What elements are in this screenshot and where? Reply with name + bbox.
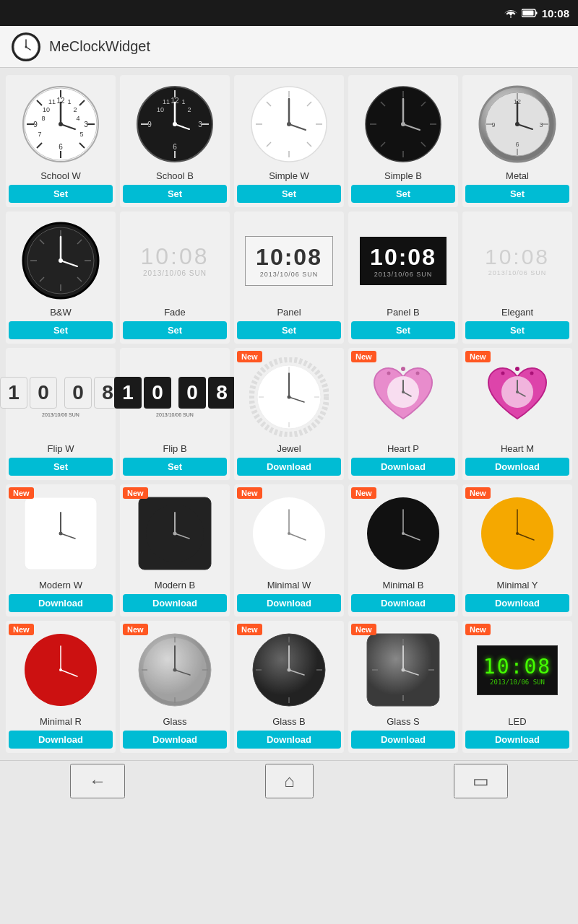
download-button-minimal-b[interactable]: Download	[351, 594, 455, 612]
badge-new: New	[237, 351, 262, 362]
clock-name: Flip B	[163, 443, 186, 454]
clock-name: Modern W	[39, 580, 82, 590]
clock-name: Modern B	[155, 580, 195, 590]
svg-point-108	[387, 372, 391, 375]
clock-name: B&W	[50, 307, 72, 318]
svg-text:5: 5	[79, 131, 83, 138]
badge-new: New	[237, 487, 262, 499]
app-icon	[12, 32, 40, 61]
clock-item-glass-b: New Glas	[234, 621, 344, 753]
clock-name: Glass	[163, 716, 186, 727]
svg-point-113	[402, 391, 405, 393]
battery-icon	[522, 9, 538, 17]
clock-item-fade: 10:08 2013/10/06 SUN Fade Set	[120, 212, 230, 344]
clock-name: LED	[508, 716, 526, 727]
svg-point-134	[288, 532, 290, 535]
download-button-heart-m[interactable]: Download	[465, 458, 569, 476]
badge-new: New	[465, 487, 491, 499]
set-button-bw[interactable]: Set	[9, 321, 113, 339]
svg-rect-1	[535, 12, 537, 14]
download-button-heart-p[interactable]: Download	[351, 458, 455, 476]
svg-point-155	[173, 668, 177, 672]
svg-point-71	[401, 122, 405, 126]
clock-name: Jewel	[277, 443, 301, 454]
svg-text:8: 8	[41, 115, 45, 122]
badge-new: New	[351, 487, 376, 499]
clock-name: Panel B	[387, 307, 420, 318]
nav-home-button[interactable]: ⌂	[265, 764, 314, 798]
svg-text:6: 6	[515, 141, 519, 148]
clock-name: Minimal B	[382, 580, 423, 590]
badge-new: New	[9, 624, 34, 635]
clock-item-school-w: 12 6 9 3 10 2 7 5 11 1 8 4 School W Set	[6, 75, 116, 207]
clock-item-minimal-y: New Minimal Y Download	[462, 484, 572, 616]
title-bar: MeClockWidget	[0, 26, 578, 68]
clock-name: School W	[40, 170, 81, 181]
svg-point-114	[515, 367, 519, 371]
clock-name: Heart M	[501, 443, 534, 454]
download-button-led[interactable]: Download	[465, 731, 569, 749]
clock-item-bw: B&W Set	[6, 212, 116, 344]
download-button-glass-b[interactable]: Download	[237, 731, 341, 749]
set-button-elegant[interactable]: Set	[465, 321, 569, 339]
clock-item-flip-w: 1 0 0 8 2013/10/06 SUN Flip W Set	[6, 348, 116, 480]
svg-text:9: 9	[33, 121, 38, 128]
set-button-flip-b[interactable]: Set	[123, 458, 227, 476]
set-button-panel[interactable]: Set	[237, 321, 341, 339]
nav-recent-button[interactable]: ▭	[454, 764, 508, 798]
set-button-simple-w[interactable]: Set	[237, 185, 341, 203]
set-button-flip-w[interactable]: Set	[9, 458, 113, 476]
clock-item-modern-b: New Modern B Download	[120, 484, 230, 616]
svg-text:9: 9	[491, 121, 495, 128]
svg-point-120	[516, 391, 519, 393]
clock-item-glass-s: New Glas	[348, 621, 458, 753]
download-button-glass-s[interactable]: Download	[351, 731, 455, 749]
svg-point-146	[59, 668, 62, 671]
clock-name: Panel	[277, 307, 301, 318]
set-button-simple-b[interactable]: Set	[351, 185, 455, 203]
status-time: 10:08	[542, 7, 569, 19]
svg-text:3: 3	[84, 121, 88, 128]
svg-point-47	[173, 122, 177, 126]
download-button-minimal-r[interactable]: Download	[9, 731, 113, 749]
svg-text:10: 10	[43, 106, 50, 113]
svg-text:3: 3	[198, 121, 202, 128]
clock-name: Glass S	[387, 716, 420, 727]
badge-new: New	[123, 487, 148, 499]
clock-name: Minimal R	[40, 716, 82, 727]
clock-name: Glass B	[272, 716, 306, 727]
clock-name: School B	[156, 170, 194, 181]
clock-name: Fade	[164, 307, 186, 318]
svg-point-130	[173, 532, 177, 536]
download-button-modern-w[interactable]: Download	[9, 594, 113, 612]
svg-text:11: 11	[163, 98, 170, 105]
badge-new: New	[9, 487, 34, 499]
set-button-school-b[interactable]: Set	[123, 185, 227, 203]
badge-new: New	[351, 351, 376, 362]
set-button-panel-b[interactable]: Set	[351, 321, 455, 339]
clock-item-glass: New	[120, 621, 230, 753]
download-button-minimal-y[interactable]: Download	[465, 594, 569, 612]
clock-item-led: New 10:08 2013/10/06 SUN LED Download	[462, 621, 572, 753]
download-button-minimal-w[interactable]: Download	[237, 594, 341, 612]
svg-text:2: 2	[73, 106, 77, 113]
svg-text:4: 4	[76, 115, 79, 122]
download-button-jewel[interactable]: Download	[237, 458, 341, 476]
set-button-fade[interactable]: Set	[123, 321, 227, 339]
clock-item-minimal-r: New Minimal R Download	[6, 621, 116, 753]
nav-back-button[interactable]: ←	[70, 764, 125, 798]
clock-name: Simple B	[384, 170, 422, 181]
app-title: MeClockWidget	[49, 38, 150, 55]
clock-item-elegant: 10:08 2013/10/06 SUN Elegant Set	[462, 212, 572, 344]
set-button-metal[interactable]: Set	[465, 185, 569, 203]
download-button-glass[interactable]: Download	[123, 731, 227, 749]
svg-point-107	[401, 367, 405, 371]
clock-name: Minimal W	[267, 580, 311, 590]
download-button-modern-b[interactable]: Download	[123, 594, 227, 612]
clock-item-flip-b: 1 0 0 8 2013/10/06 SUN Flip B Set	[120, 348, 230, 480]
set-button-school-w[interactable]: Set	[9, 185, 113, 203]
svg-text:9: 9	[147, 121, 152, 128]
clock-item-metal: 12 6 9 3 Metal Set	[462, 75, 572, 207]
badge-new: New	[465, 351, 491, 362]
svg-text:11: 11	[48, 98, 56, 105]
